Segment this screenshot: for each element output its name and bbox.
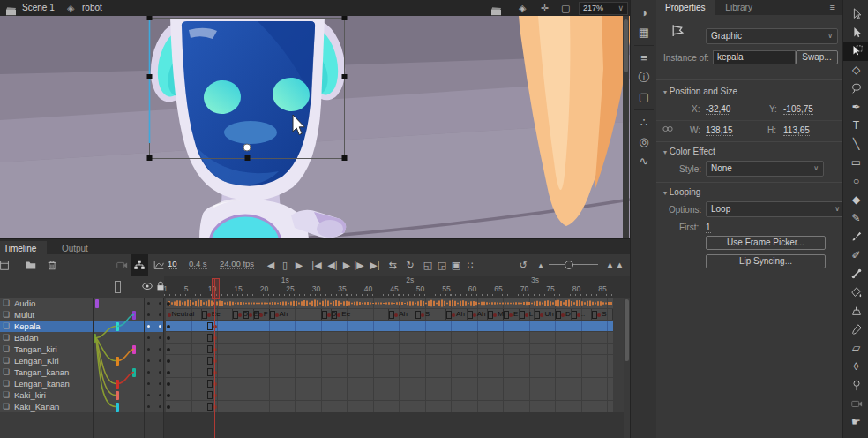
- current-frame-value[interactable]: 10: [168, 259, 177, 269]
- layer-row-Lengan_kanan[interactable]: ❏Lengan_kanan: [0, 378, 164, 390]
- bone-tool[interactable]: [843, 265, 868, 283]
- frame-span[interactable]: [166, 378, 613, 389]
- elapsed-time-value[interactable]: 0.4 s: [189, 259, 207, 269]
- go-last-button[interactable]: ▶|: [367, 254, 383, 276]
- layer-row-Kaki_kiri[interactable]: ❏Kaki_kiri: [0, 389, 164, 402]
- asset-sculpt-tool[interactable]: [843, 376, 868, 395]
- frame-row-Kaki_Kanan[interactable]: [164, 401, 630, 413]
- link-dimensions-icon[interactable]: [662, 124, 674, 136]
- tab-properties[interactable]: Properties: [656, 0, 715, 15]
- frame-span[interactable]: [166, 389, 613, 400]
- layer-row-Kaki_Kanan[interactable]: ❏Kaki_Kanan: [0, 401, 164, 413]
- use-frame-picker-button[interactable]: Use Frame Picker...: [706, 236, 826, 250]
- frame-row-Lengan_Kiri[interactable]: [164, 355, 630, 367]
- zoom-slider-knob[interactable]: [565, 261, 573, 269]
- frame-row-Lengan_kanan[interactable]: [164, 378, 630, 390]
- frame-span[interactable]: [166, 401, 613, 412]
- frame-span[interactable]: [166, 298, 613, 308]
- stage-canvas[interactable]: [0, 16, 630, 238]
- visibility-dot[interactable]: [147, 359, 150, 362]
- frame-span[interactable]: [166, 355, 613, 366]
- clip-content-icon[interactable]: ▢: [561, 0, 570, 16]
- layer-row-Lengan_Kiri[interactable]: ❏Lengan_Kiri: [0, 355, 164, 367]
- zoom-slider[interactable]: [549, 264, 598, 265]
- show-graph-icon[interactable]: [150, 254, 168, 278]
- visibility-dot[interactable]: [147, 382, 150, 385]
- lock-dot[interactable]: [159, 371, 161, 374]
- frame-row-Badan[interactable]: [164, 332, 630, 344]
- pencil-tool[interactable]: ✎: [843, 209, 868, 228]
- layer-row-Badan[interactable]: ❏Badan: [0, 332, 164, 344]
- lock-dot[interactable]: [159, 382, 161, 385]
- tab-library[interactable]: Library: [716, 0, 761, 15]
- visibility-dot[interactable]: [147, 348, 150, 351]
- width-tool[interactable]: ◊: [843, 358, 868, 376]
- layer-row-Tangan_kiri[interactable]: ❏Tangan_kiri: [0, 344, 164, 356]
- visibility-dot[interactable]: [147, 336, 150, 339]
- cc-libraries-icon[interactable]: ◎: [631, 132, 657, 152]
- align-icon[interactable]: ≡: [631, 49, 657, 68]
- line-tool[interactable]: ╲: [843, 135, 868, 154]
- layer-row-Audio[interactable]: ❏Audio: [0, 298, 164, 310]
- frame-span[interactable]: [166, 344, 613, 354]
- visibility-dot[interactable]: [147, 371, 150, 374]
- frame-span[interactable]: [166, 366, 613, 377]
- oval-tool[interactable]: ○: [843, 172, 868, 191]
- frame-rate-value[interactable]: 24.00 fps: [220, 259, 254, 269]
- classic-brush-tool[interactable]: ✐: [843, 246, 868, 265]
- new-folder-icon[interactable]: [23, 254, 39, 278]
- motion-editor-icon[interactable]: ∿: [631, 152, 657, 171]
- lip-syncing-button[interactable]: Lip Syncing...: [706, 254, 826, 268]
- section-looping[interactable]: ▾ Looping: [663, 187, 700, 197]
- lock-dot[interactable]: [159, 405, 161, 408]
- lasso-tool[interactable]: [843, 79, 868, 98]
- visibility-dot[interactable]: [147, 313, 150, 316]
- eyedropper-tool[interactable]: [843, 321, 868, 339]
- timeline-vscrollbar[interactable]: [624, 298, 630, 438]
- section-position-size[interactable]: ▾ Position and Size: [663, 87, 737, 96]
- brushes-icon[interactable]: ∴: [631, 113, 657, 132]
- breadcrumb-scene[interactable]: Scene 1: [22, 0, 55, 16]
- onion-skin-button[interactable]: ⇆: [385, 254, 400, 276]
- show-parenting-icon[interactable]: [131, 254, 148, 278]
- frame-span[interactable]: [166, 321, 613, 331]
- next-keyframe-button[interactable]: ▶: [291, 254, 307, 276]
- custom-range-button[interactable]: ∷: [462, 254, 478, 276]
- breadcrumb-symbol[interactable]: robot: [82, 0, 102, 16]
- subselection-tool[interactable]: [843, 5, 868, 24]
- rectangle-tool[interactable]: ▭: [843, 154, 868, 172]
- swatches-icon[interactable]: ▦: [631, 23, 657, 42]
- reset-timeline-zoom-button[interactable]: ↺: [515, 254, 531, 276]
- stage-vscrollbar[interactable]: [623, 16, 629, 238]
- visibility-dot[interactable]: [147, 394, 150, 396]
- w-value[interactable]: 138,15: [706, 125, 733, 136]
- step-forward-button[interactable]: |▶: [351, 254, 367, 276]
- frame-row-Tangan_kanan[interactable]: [164, 366, 630, 379]
- layer-row-Kepala[interactable]: ❏Kepala: [0, 321, 164, 333]
- layer-row-Tangan_kanan[interactable]: ❏Tangan_kanan: [0, 366, 164, 379]
- zoom-out-frames-button[interactable]: ▴: [533, 254, 549, 276]
- edit-symbols-icon[interactable]: ◈: [519, 0, 526, 16]
- frame-span[interactable]: [166, 332, 613, 343]
- frame-row-Mulut[interactable]: NeutralEeDEeFAhDEeAhSAhAhMELUhD..S: [164, 309, 630, 321]
- lock-dot[interactable]: [159, 313, 161, 316]
- loop-button[interactable]: ↻: [402, 254, 418, 276]
- selection-tool[interactable]: [843, 24, 868, 42]
- fluid-brush-tool[interactable]: [843, 228, 868, 246]
- color-style-dropdown[interactable]: None∨: [706, 161, 824, 177]
- delete-icon[interactable]: [44, 254, 60, 278]
- panel-menu-icon[interactable]: ≡: [830, 0, 835, 15]
- first-frame-value[interactable]: 1: [706, 223, 711, 233]
- swap-button[interactable]: Swap...: [796, 50, 838, 64]
- camera-icon[interactable]: [113, 254, 131, 278]
- lock-dot[interactable]: [159, 325, 161, 328]
- frame-row-Tangan_kiri[interactable]: [164, 344, 630, 356]
- frame-row-Kaki_kiri[interactable]: [164, 389, 630, 402]
- pen-tool[interactable]: ✒: [843, 98, 868, 117]
- frame-ruler[interactable]: 1s2s3s1510152025303540455055606570758085: [164, 276, 630, 298]
- stage-zoom-select[interactable]: 217%∨: [579, 2, 628, 15]
- free-transform-tool[interactable]: ◇: [843, 61, 868, 79]
- lock-dot[interactable]: [159, 348, 161, 351]
- hand-tool[interactable]: ☛: [843, 413, 868, 432]
- text-tool[interactable]: T: [843, 117, 868, 135]
